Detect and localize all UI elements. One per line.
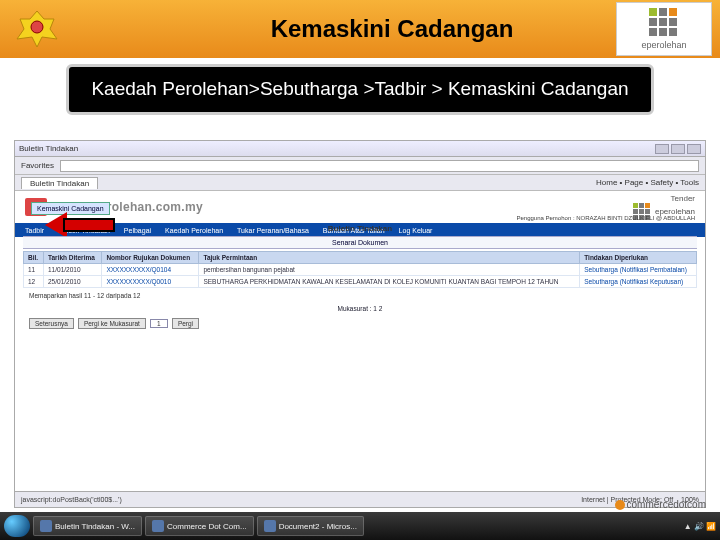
brand-name: eperolehan	[641, 40, 686, 50]
toolbar-safety[interactable]: Safety	[651, 178, 674, 187]
toolbar-home[interactable]: Home	[596, 178, 617, 187]
grid-icon	[649, 8, 679, 38]
page-indicator: Mukasurat : 1 2	[23, 303, 697, 314]
col-tajuk: Tajuk Permintaan	[199, 252, 580, 264]
toolbar-page[interactable]: Page	[625, 178, 644, 187]
breadcrumb-banner: Kaedah Perolehan>Sebutharga >Tadbir > Ke…	[66, 64, 653, 115]
col-tarikh: Tarikh Diterima	[44, 252, 102, 264]
goto-page-button[interactable]: Pergi ke Mukasurat	[78, 318, 146, 329]
browser-statusbar: javascript:doPostBack('ctl00$...') Inter…	[15, 491, 705, 507]
ie-icon	[40, 520, 52, 532]
document-table: Bil. Tarikh Diterima Nombor Rujukan Doku…	[23, 251, 697, 288]
action-link[interactable]: Sebutharga (Notifikasi Keputusan)	[580, 276, 697, 288]
toolbar-tools[interactable]: Tools	[680, 178, 699, 187]
col-rujukan: Nombor Rujukan Dokumen	[102, 252, 199, 264]
svg-point-0	[31, 21, 43, 33]
browser-tab[interactable]: Buletin Tindakan	[21, 177, 98, 189]
table-row: 12 25/01/2010 XXXXXXXXXX/Q0010 SEBUTHARG…	[24, 276, 697, 288]
taskbar-item[interactable]: Buletin Tindakan - W...	[33, 516, 142, 536]
app-header: www.eperolehan.com.my Tender eperolehan …	[15, 191, 705, 223]
minimize-button[interactable]	[655, 144, 669, 154]
page-number-input[interactable]: 1	[150, 319, 168, 328]
action-link[interactable]: Sebutharga (Notifikasi Pembatalan)	[580, 264, 697, 276]
col-bil: Bil.	[24, 252, 44, 264]
favorites-button[interactable]: Favorites	[21, 161, 54, 170]
results-count: Memaparkan hasil 11 - 12 daripada 12	[29, 292, 140, 299]
start-button[interactable]	[4, 515, 30, 537]
browser-window: Buletin Tindakan Favorites Buletin Tinda…	[14, 140, 706, 508]
dot-icon	[615, 500, 625, 510]
taskbar-item[interactable]: Document2 - Micros...	[257, 516, 364, 536]
maximize-button[interactable]	[671, 144, 685, 154]
word-icon	[264, 520, 276, 532]
taskbar-item[interactable]: Commerce Dot Com...	[145, 516, 254, 536]
malaysia-crest-icon	[10, 7, 64, 51]
brand-logo: eperolehan	[616, 2, 712, 56]
doc-ref-link[interactable]: XXXXXXXXXX/Q0010	[102, 276, 199, 288]
col-tindakan: Tindakan Diperlukan	[580, 252, 697, 264]
table-row: 11 11/01/2010 XXXXXXXXXX/Q0104 pembersih…	[24, 264, 697, 276]
panel-title: Buletin Tindakan	[23, 221, 697, 236]
address-bar[interactable]	[60, 160, 699, 172]
toolbar-group: Home • Page • Safety • Tools	[596, 178, 699, 187]
footer-brand: commercedotcom	[615, 499, 706, 510]
system-tray[interactable]: ▲ 🔊 📶	[684, 522, 716, 531]
close-button[interactable]	[687, 144, 701, 154]
browser-toolbar: Favorites	[15, 157, 705, 175]
windows-taskbar: Buletin Tindakan - W... Commerce Dot Com…	[0, 512, 720, 540]
status-text: javascript:doPostBack('ctl00$...')	[21, 496, 122, 503]
go-button[interactable]: Pergi	[172, 318, 199, 329]
tender-label: Tender	[671, 194, 695, 203]
browser-title: Buletin Tindakan	[19, 144, 78, 153]
footer-brand-text: commercedotcom	[627, 499, 706, 510]
app-icon	[152, 520, 164, 532]
doc-ref-link[interactable]: XXXXXXXXXX/Q0104	[102, 264, 199, 276]
window-titlebar: Buletin Tindakan	[15, 141, 705, 157]
next-button[interactable]: Seterusnya	[29, 318, 74, 329]
subpanel-title: Senarai Dokumen	[23, 236, 697, 249]
